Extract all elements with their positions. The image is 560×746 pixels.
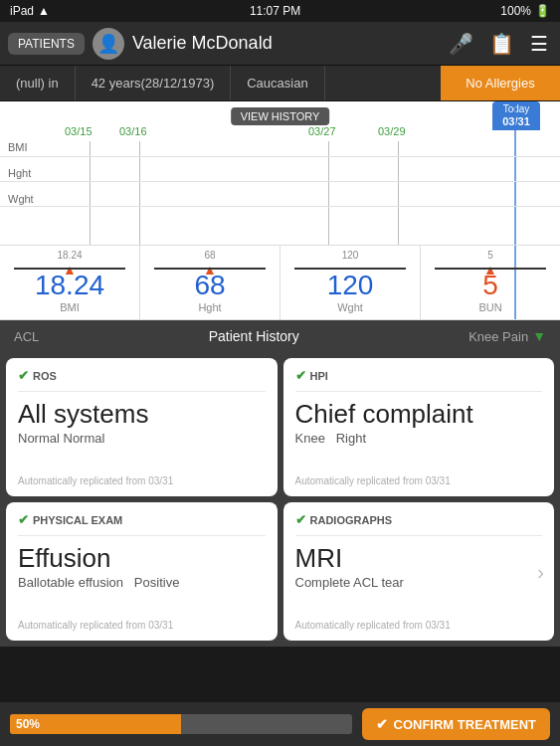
hpi-section-label: ✔ HPI: [295, 368, 543, 383]
bun-prev: 5: [487, 250, 493, 261]
physical-sub2: Positive: [134, 575, 180, 590]
date-0329: 03/29: [378, 125, 406, 137]
age-info: 42 years(28/12/1973): [76, 66, 232, 100]
hline-1: [0, 156, 560, 157]
radiographs-sub-text: Complete ACL tear: [295, 575, 543, 590]
confirm-checkmark-icon: ✔: [376, 716, 388, 732]
null-info: (null) in: [0, 66, 76, 100]
metric-bun: 5 ▲ 5 BUN: [421, 246, 560, 319]
metrics-row: 18.24 ▲ 18.24 BMI 68 ▲ 68 Hght 120 120 W…: [0, 245, 560, 319]
edit-icon[interactable]: 📋: [485, 28, 518, 60]
bmi-name: BMI: [60, 301, 80, 313]
section-title: Patient History: [209, 328, 299, 344]
physical-label: PHYSICAL EXAM: [33, 514, 122, 526]
bmi-arrow: ▲: [63, 262, 77, 278]
ros-divider: [18, 391, 266, 392]
confirm-treatment-button[interactable]: ✔ CONFIRM TREATMENT: [362, 708, 550, 740]
bottom-bar: 50% ✔ CONFIRM TREATMENT: [0, 702, 560, 746]
radiographs-section-label: ✔ RADIOGRAPHS: [295, 512, 543, 527]
wght-prev: 120: [342, 250, 359, 261]
bmi-label: BMI: [8, 141, 34, 153]
physical-sub-text: Ballotable effusion Positive: [18, 575, 266, 590]
hght-label: Hght: [8, 167, 34, 179]
check-icon-ros: ✔: [18, 368, 29, 383]
section-header: ACL Patient History Knee Pain ▼: [0, 320, 560, 352]
chart-y-labels: BMI Hght Wght: [8, 141, 34, 205]
wght-value: 120: [327, 272, 374, 299]
chart-area: VIEW HISTORY Today 03/31 03/15 03/16 03/…: [0, 101, 560, 320]
patient-info-bar: (null) in 42 years(28/12/1973) Caucasian…: [0, 66, 560, 101]
physical-main-text: Effusion: [18, 544, 266, 573]
physical-section-label: ✔ PHYSICAL EXAM: [18, 512, 266, 527]
time-label: 11:07 PM: [250, 4, 300, 18]
card-physical[interactable]: ✔ PHYSICAL EXAM Effusion Ballotable effu…: [6, 502, 278, 641]
date-0315: 03/15: [65, 125, 93, 137]
hght-line: [154, 268, 266, 270]
radiographs-label: RADIOGRAPHS: [310, 514, 393, 526]
cards-grid: ✔ ROS All systems Normal Normal Automati…: [0, 352, 560, 647]
bun-line: [435, 268, 546, 270]
hline-3: [0, 206, 560, 207]
ros-sub-text: Normal Normal: [18, 431, 266, 446]
check-icon-physical: ✔: [18, 512, 29, 527]
microphone-icon[interactable]: 🎤: [445, 28, 477, 60]
status-bar: iPad ▲ 11:07 PM 100% 🔋: [0, 0, 560, 22]
hpi-label: HPI: [310, 370, 328, 382]
radiographs-auto-text: Automatically replicated from 03/31: [295, 620, 543, 631]
date-0327: 03/27: [308, 125, 336, 137]
metric-hght: 68 ▲ 68 Hght: [140, 246, 280, 319]
hght-prev: 68: [204, 250, 215, 261]
progress-label: 50%: [16, 717, 40, 731]
bun-name: BUN: [478, 301, 501, 313]
wght-name: Wght: [337, 301, 363, 313]
ros-main-text: All systems: [18, 400, 266, 429]
metric-bmi: 18.24 ▲ 18.24 BMI: [0, 246, 140, 319]
metric-wght: 120 120 Wght: [280, 246, 421, 319]
wifi-icon: ▲: [38, 4, 50, 18]
today-date: 03/31: [496, 115, 536, 128]
date-0316: 03/16: [119, 125, 147, 137]
card-ros[interactable]: ✔ ROS All systems Normal Normal Automati…: [6, 358, 278, 496]
section-left-tag: ACL: [14, 329, 39, 344]
status-left: iPad ▲: [10, 4, 50, 18]
hght-arrow: ▲: [203, 262, 217, 278]
radiographs-main-text: MRI: [295, 544, 543, 573]
chevron-down-icon: ▼: [532, 328, 546, 344]
avatar: 👤: [93, 28, 124, 60]
allergies-info[interactable]: No Allergies: [441, 66, 560, 100]
section-right[interactable]: Knee Pain ▼: [468, 328, 546, 344]
ros-auto-text: Automatically replicated from 03/31: [18, 475, 266, 486]
hpi-sub-text: Knee Right: [295, 431, 543, 446]
card-radiographs[interactable]: ✔ RADIOGRAPHS MRI Complete ACL tear Auto…: [283, 502, 555, 641]
ros-section-label: ✔ ROS: [18, 368, 266, 383]
wght-label: Wght: [8, 193, 34, 205]
bun-arrow: ▲: [483, 262, 497, 278]
confirm-label: CONFIRM TREATMENT: [394, 717, 536, 732]
progress-container: 50%: [10, 714, 352, 734]
patient-name: Valerie McDonald: [132, 33, 437, 54]
battery-icon: 🔋: [535, 4, 550, 18]
hpi-divider: [295, 391, 543, 392]
section-right-tag: Knee Pain: [468, 329, 528, 344]
hline-2: [0, 181, 560, 182]
chevron-right-icon: ›: [537, 560, 544, 583]
ros-label: ROS: [33, 370, 57, 382]
menu-icon[interactable]: ☰: [526, 28, 552, 60]
physical-sub1: Ballotable effusion: [18, 575, 123, 590]
physical-auto-text: Automatically replicated from 03/31: [18, 620, 266, 631]
today-label: Today: [496, 103, 536, 115]
hpi-main-text: Chief complaint: [295, 400, 543, 429]
hpi-sub1: Knee: [295, 431, 325, 446]
hpi-sub2: Right: [336, 431, 366, 446]
wght-line: [294, 268, 406, 270]
progress-bar: 50%: [10, 714, 181, 734]
card-hpi[interactable]: ✔ HPI Chief complaint Knee Right Automat…: [283, 358, 555, 496]
patients-button[interactable]: PATIENTS: [8, 33, 85, 55]
header: PATIENTS 👤 Valerie McDonald 🎤 📋 ☰: [0, 22, 560, 66]
physical-divider: [18, 535, 266, 536]
bmi-line: [14, 268, 125, 270]
check-icon-hpi: ✔: [295, 368, 306, 383]
radiographs-divider: [295, 535, 543, 536]
view-history-button[interactable]: VIEW HISTORY: [231, 107, 330, 125]
hpi-auto-text: Automatically replicated from 03/31: [295, 475, 543, 486]
